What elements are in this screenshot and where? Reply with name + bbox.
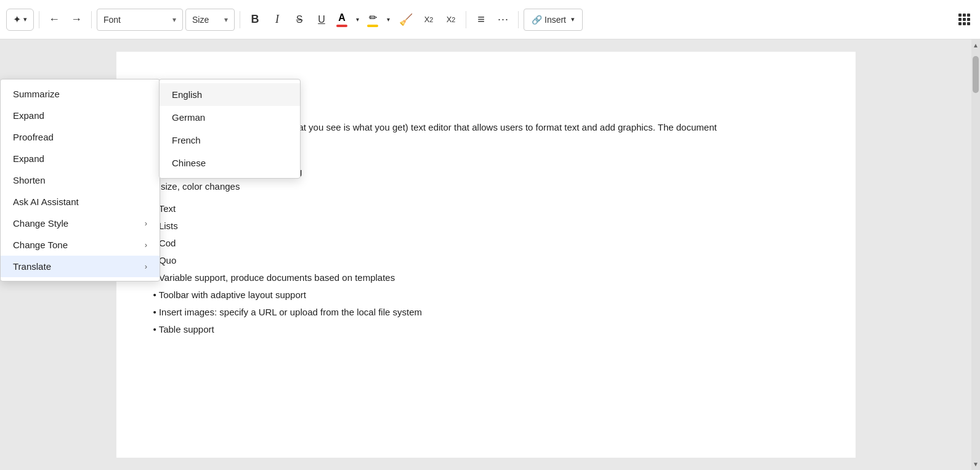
- sparkle-icon: ✦: [13, 14, 21, 25]
- ai-button[interactable]: ✦ ▾: [6, 9, 34, 31]
- strikethrough-icon: S: [296, 14, 303, 25]
- highlight-button[interactable]: ✏: [365, 9, 381, 31]
- toolbar: ✦ ▾ ← → Font ▾ Size ▾ B I S U A ▾ ✏ ▾: [0, 0, 980, 39]
- list-item: Insert images: specify a URL or upload f…: [153, 305, 819, 320]
- menu-item-label: Expand: [13, 153, 44, 164]
- list-item: Cod: [153, 236, 819, 251]
- undo-button[interactable]: ←: [44, 9, 64, 31]
- bullet-list: TextListsCodQuoVariable support, produce…: [153, 201, 819, 337]
- color-line: t, size, color changes: [153, 179, 819, 194]
- redo-button[interactable]: →: [67, 9, 86, 31]
- font-color-dropdown-button[interactable]: ▾: [352, 9, 362, 31]
- bold-icon: B: [251, 13, 259, 26]
- separator-3: [240, 11, 240, 28]
- size-dropdown[interactable]: Size ▾: [185, 9, 235, 31]
- menu-item-expand1[interactable]: Expand: [1, 105, 160, 126]
- language-label: French: [172, 135, 201, 145]
- menu-item-summarize[interactable]: Summarize: [1, 83, 160, 105]
- list-item: Table support: [153, 322, 819, 337]
- menu-item-change-style[interactable]: Change Style›: [1, 213, 160, 234]
- superscript-button[interactable]: X2: [441, 9, 461, 31]
- language-label: English: [172, 89, 202, 100]
- menu-item-label: Change Tone: [13, 240, 68, 250]
- scroll-up-arrow[interactable]: ▲: [971, 41, 980, 50]
- language-item-french[interactable]: French: [160, 129, 300, 152]
- underline-icon: U: [318, 14, 325, 25]
- language-label: Chinese: [172, 158, 206, 168]
- menu-item-proofread[interactable]: Proofread: [1, 126, 160, 148]
- menu-item-label: Proofread: [13, 132, 54, 142]
- grid-icon: [958, 14, 970, 25]
- insert-label: Insert: [545, 15, 566, 25]
- language-item-german[interactable]: German: [160, 106, 300, 129]
- list-item: Variable support, produce documents base…: [153, 270, 819, 285]
- translate-submenu: EnglishGermanFrenchChinese: [159, 79, 301, 179]
- font-color-icon: A: [338, 12, 346, 23]
- strikethrough-button[interactable]: S: [290, 9, 309, 31]
- more-button[interactable]: ···: [493, 9, 513, 31]
- submenu-chevron-icon: ›: [145, 240, 147, 249]
- menu-item-change-tone[interactable]: Change Tone›: [1, 234, 160, 256]
- menu-item-shorten[interactable]: Shorten: [1, 169, 160, 191]
- list-item: Toolbar with adaptive layout support: [153, 288, 819, 302]
- font-color-bar: [336, 25, 347, 27]
- list-item: Lists: [153, 219, 819, 233]
- submenu-chevron-icon: ›: [145, 219, 147, 228]
- scrollbar[interactable]: ▲ ▼: [971, 39, 980, 470]
- menu-item-label: Expand: [13, 110, 44, 121]
- highlight-icon: ✏: [369, 12, 377, 23]
- ai-chevron-icon: ▾: [23, 15, 27, 23]
- ai-dropdown-menu: SummarizeExpandProofreadExpandShortenAsk…: [0, 79, 160, 282]
- highlight-color-bar: [367, 25, 378, 27]
- align-button[interactable]: ≡: [471, 9, 491, 31]
- menu-item-label: Change Style: [13, 218, 68, 229]
- subscript-button[interactable]: X2: [419, 9, 439, 31]
- separator-5: [518, 11, 519, 28]
- editor-wrap: Editor ment for Blazor is a WYSIWYG (wha…: [0, 39, 980, 470]
- scroll-down-arrow[interactable]: ▼: [971, 460, 980, 469]
- font-chevron-icon: ▾: [172, 15, 176, 24]
- bold-button[interactable]: B: [245, 9, 265, 31]
- insert-button[interactable]: 🔗 Insert ▾: [524, 9, 583, 31]
- italic-button[interactable]: I: [267, 9, 287, 31]
- highlight-dropdown-button[interactable]: ▾: [383, 9, 393, 31]
- menu-item-label: Shorten: [13, 175, 46, 185]
- size-chevron-icon: ▾: [224, 15, 228, 24]
- language-item-chinese[interactable]: Chinese: [160, 152, 300, 174]
- list-item: Quo: [153, 253, 819, 268]
- separator-4: [466, 11, 466, 28]
- menu-item-expand2[interactable]: Expand: [1, 148, 160, 169]
- link-icon: 🔗: [532, 15, 542, 25]
- size-label: Size: [192, 15, 209, 25]
- underline-button[interactable]: U: [312, 9, 331, 31]
- menu-item-ask-ai[interactable]: Ask AI Assistant: [1, 191, 160, 213]
- font-color-button[interactable]: A: [334, 9, 350, 31]
- separator-2: [91, 11, 92, 28]
- scroll-thumb[interactable]: [973, 56, 979, 93]
- language-label: German: [172, 112, 205, 123]
- font-dropdown[interactable]: Font ▾: [97, 9, 183, 31]
- separator-1: [39, 11, 39, 28]
- menu-item-label: Translate: [13, 261, 51, 272]
- insert-chevron-icon: ▾: [571, 15, 575, 23]
- language-item-english[interactable]: English: [160, 83, 300, 106]
- italic-icon: I: [275, 13, 279, 26]
- apps-button[interactable]: [954, 9, 974, 31]
- eraser-button[interactable]: 🧹: [395, 9, 416, 31]
- font-label: Font: [103, 15, 121, 25]
- list-item: Text: [153, 201, 819, 216]
- submenu-chevron-icon: ›: [145, 262, 147, 271]
- menu-item-label: Summarize: [13, 89, 60, 99]
- menu-item-translate[interactable]: Translate›: [1, 256, 160, 277]
- menu-item-label: Ask AI Assistant: [13, 197, 79, 207]
